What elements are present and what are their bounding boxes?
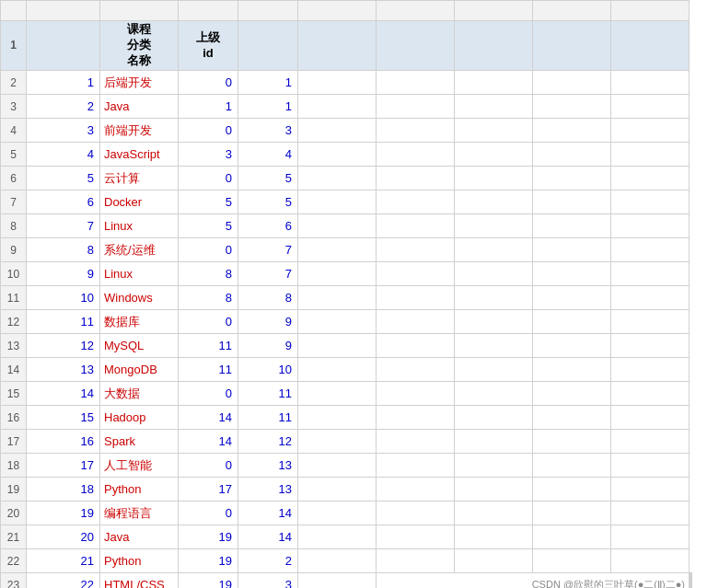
cell-parent-12[interactable]: 0 (179, 310, 238, 334)
cell-name-6[interactable]: 云计算 (100, 167, 179, 190)
cell-sort-9[interactable]: 7 (238, 238, 298, 262)
cell-name-4[interactable]: 前端开发 (100, 119, 179, 143)
cell-sort-17[interactable]: 12 (238, 430, 298, 454)
cell-id-7[interactable]: 6 (27, 190, 100, 214)
cell-id-8[interactable]: 7 (27, 214, 100, 238)
cell-parent-8[interactable]: 5 (179, 214, 238, 238)
cell-id-2[interactable]: 1 (27, 71, 100, 95)
cell-name-14[interactable]: MongoDB (100, 358, 179, 382)
cell-name-10[interactable]: Linux (100, 262, 179, 286)
cell-id-18[interactable]: 17 (27, 454, 100, 478)
cell-sort-11[interactable]: 8 (238, 286, 298, 310)
col-header-H[interactable] (533, 1, 611, 21)
cell-sort-7[interactable]: 5 (238, 190, 298, 214)
cell-name-23[interactable]: HTML/CSS (100, 573, 179, 589)
cell-name-3[interactable]: Java (100, 95, 179, 119)
cell-D1[interactable] (238, 21, 298, 71)
cell-parent-13[interactable]: 11 (179, 334, 238, 358)
cell-id-14[interactable]: 13 (27, 358, 100, 382)
cell-name-16[interactable]: Hadoop (100, 406, 179, 430)
cell-name-22[interactable]: Python (100, 549, 179, 573)
col-header-C[interactable] (179, 1, 238, 21)
cell-sort-18[interactable]: 13 (238, 454, 298, 478)
cell-id-5[interactable]: 4 (27, 143, 100, 167)
cell-parent-11[interactable]: 8 (179, 286, 238, 310)
cell-name-5[interactable]: JavaScript (100, 143, 179, 167)
cell-parent-9[interactable]: 0 (179, 238, 238, 262)
cell-name-15[interactable]: 大数据 (100, 382, 179, 406)
cell-id-15[interactable]: 14 (27, 382, 100, 406)
cell-id-4[interactable]: 3 (27, 119, 100, 143)
col-header-D[interactable] (238, 1, 298, 21)
cell-sort-10[interactable]: 7 (238, 262, 298, 286)
cell-id-13[interactable]: 12 (27, 334, 100, 358)
cell-id-21[interactable]: 20 (27, 525, 100, 549)
cell-sort-14[interactable]: 10 (238, 358, 298, 382)
col-header-I[interactable] (611, 1, 690, 21)
cell-parent-18[interactable]: 0 (179, 454, 238, 478)
cell-name-18[interactable]: 人工智能 (100, 454, 179, 478)
cell-id-19[interactable]: 18 (27, 478, 100, 502)
cell-name-11[interactable]: Windows (100, 286, 179, 310)
cell-parent-23[interactable]: 19 (179, 573, 238, 589)
cell-parent-16[interactable]: 14 (179, 406, 238, 430)
cell-name-12[interactable]: 数据库 (100, 310, 179, 334)
cell-sort-6[interactable]: 5 (238, 167, 298, 190)
cell-parent-2[interactable]: 0 (179, 71, 238, 95)
cell-sort-20[interactable]: 14 (238, 502, 298, 525)
cell-sort-15[interactable]: 11 (238, 382, 298, 406)
col-header-E[interactable] (298, 1, 377, 21)
cell-sort-21[interactable]: 14 (238, 525, 298, 549)
cell-sort-4[interactable]: 3 (238, 119, 298, 143)
cell-id-3[interactable]: 2 (27, 95, 100, 119)
cell-parent-17[interactable]: 14 (179, 430, 238, 454)
cell-name-17[interactable]: Spark (100, 430, 179, 454)
cell-sort-5[interactable]: 4 (238, 143, 298, 167)
cell-sort-13[interactable]: 9 (238, 334, 298, 358)
cell-name-19[interactable]: Python (100, 478, 179, 502)
cell-parent-10[interactable]: 8 (179, 262, 238, 286)
cell-id-9[interactable]: 8 (27, 238, 100, 262)
cell-parent-21[interactable]: 19 (179, 525, 238, 549)
cell-sort-8[interactable]: 6 (238, 214, 298, 238)
cell-name-20[interactable]: 编程语言 (100, 502, 179, 525)
cell-name-13[interactable]: MySQL (100, 334, 179, 358)
cell-parent-22[interactable]: 19 (179, 549, 238, 573)
cell-name-2[interactable]: 后端开发 (100, 71, 179, 95)
cell-A1[interactable] (27, 21, 100, 71)
cell-sort-12[interactable]: 9 (238, 310, 298, 334)
cell-sort-19[interactable]: 13 (238, 478, 298, 502)
col-header-A[interactable] (27, 1, 100, 21)
cell-parent-5[interactable]: 3 (179, 143, 238, 167)
cell-id-20[interactable]: 19 (27, 502, 100, 525)
cell-C1[interactable]: 上级id (179, 21, 238, 71)
cell-id-22[interactable]: 21 (27, 549, 100, 573)
cell-parent-4[interactable]: 0 (179, 119, 238, 143)
col-header-G[interactable] (455, 1, 533, 21)
col-header-F[interactable] (377, 1, 455, 21)
cell-parent-3[interactable]: 1 (179, 95, 238, 119)
cell-B1[interactable]: 课程分类名称 (100, 21, 179, 71)
col-header-B[interactable] (100, 1, 179, 21)
cell-sort-2[interactable]: 1 (238, 71, 298, 95)
cell-id-11[interactable]: 10 (27, 286, 100, 310)
cell-sort-22[interactable]: 2 (238, 549, 298, 573)
cell-parent-7[interactable]: 5 (179, 190, 238, 214)
cell-sort-23[interactable]: 3 (238, 573, 298, 589)
cell-id-10[interactable]: 9 (27, 262, 100, 286)
cell-name-7[interactable]: Docker (100, 190, 179, 214)
cell-parent-14[interactable]: 11 (179, 358, 238, 382)
cell-parent-19[interactable]: 17 (179, 478, 238, 502)
cell-id-6[interactable]: 5 (27, 167, 100, 190)
cell-sort-3[interactable]: 1 (238, 95, 298, 119)
cell-parent-15[interactable]: 0 (179, 382, 238, 406)
cell-name-21[interactable]: Java (100, 525, 179, 549)
cell-id-17[interactable]: 16 (27, 430, 100, 454)
cell-id-12[interactable]: 11 (27, 310, 100, 334)
cell-name-8[interactable]: Linux (100, 214, 179, 238)
cell-id-16[interactable]: 15 (27, 406, 100, 430)
cell-id-23[interactable]: 22 (27, 573, 100, 589)
cell-parent-20[interactable]: 0 (179, 502, 238, 525)
cell-sort-16[interactable]: 11 (238, 406, 298, 430)
cell-parent-6[interactable]: 0 (179, 167, 238, 190)
